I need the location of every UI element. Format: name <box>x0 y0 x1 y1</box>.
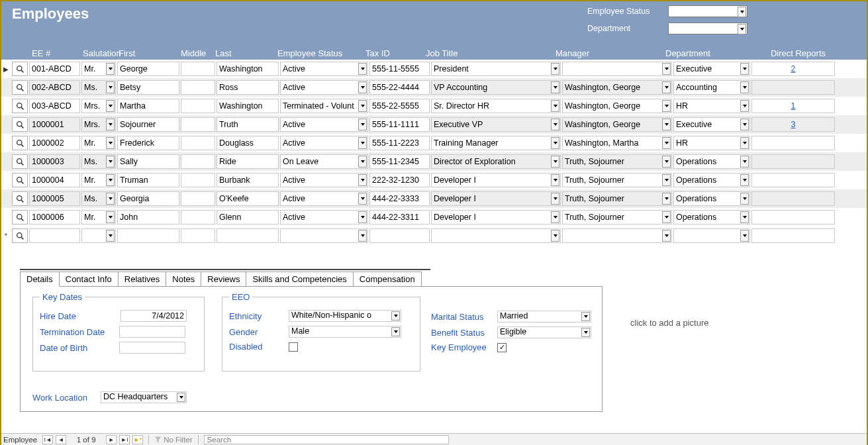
cell-last[interactable] <box>217 228 279 243</box>
cell-last[interactable]: Ross <box>217 80 279 95</box>
hire-date-input[interactable]: 7/4/2012 <box>121 310 187 322</box>
tab-relatives[interactable]: Relatives <box>118 272 166 287</box>
dropdown-arrow-icon[interactable] <box>551 81 559 93</box>
cell-last[interactable]: Ride <box>217 154 279 169</box>
dob-input[interactable] <box>119 342 185 354</box>
dropdown-arrow-icon[interactable] <box>740 174 749 186</box>
dropdown-arrow-icon[interactable] <box>106 81 115 93</box>
dropdown-arrow-icon[interactable] <box>551 100 559 112</box>
cell-first[interactable]: Betsy <box>117 80 179 95</box>
cell-direct-reports[interactable] <box>751 228 835 243</box>
tab-details[interactable]: Details <box>20 272 60 287</box>
dropdown-arrow-icon[interactable] <box>106 63 115 75</box>
cell-ee[interactable]: 1000002 <box>29 136 80 150</box>
cell-manager[interactable]: Truth, Sojourner <box>562 210 672 224</box>
dropdown-arrow-icon[interactable] <box>551 174 559 186</box>
dropdown-arrow-icon[interactable] <box>662 81 671 93</box>
cell-tax[interactable]: 555-22-5555 <box>369 99 430 113</box>
dropdown-arrow-icon[interactable] <box>106 211 115 223</box>
cell-status[interactable]: Active <box>280 117 368 132</box>
dropdown-arrow-icon[interactable] <box>358 63 367 75</box>
tab-contact info[interactable]: Contact Info <box>59 272 119 287</box>
cell-tax[interactable]: 222-32-1230 <box>369 173 430 187</box>
dropdown-arrow-icon[interactable] <box>358 230 367 242</box>
dropdown-arrow-icon[interactable] <box>551 156 559 168</box>
cell-department[interactable]: Executive <box>673 117 750 132</box>
dropdown-arrow-icon[interactable] <box>106 119 115 130</box>
cell-job[interactable]: Executive VP <box>431 117 561 132</box>
dropdown-arrow-icon[interactable] <box>740 211 749 223</box>
cell-tax[interactable]: 555-11-2223 <box>369 136 430 150</box>
cell-last[interactable]: Burbank <box>217 173 279 187</box>
cell-tax[interactable]: 555-11-2345 <box>369 154 430 169</box>
cell-salutation[interactable]: Mr. <box>81 173 116 187</box>
nav-search-input[interactable]: Search <box>204 435 449 444</box>
dropdown-arrow-icon[interactable] <box>662 137 671 149</box>
termination-date-input[interactable] <box>119 326 185 338</box>
cell-manager[interactable]: Washington, Martha <box>562 136 672 150</box>
cell-middle[interactable] <box>181 99 215 113</box>
dropdown-arrow-icon[interactable] <box>740 137 749 149</box>
lookup-button[interactable] <box>12 173 28 187</box>
cell-tax[interactable]: 555-22-4444 <box>369 80 430 95</box>
tab-reviews[interactable]: Reviews <box>201 272 246 287</box>
dropdown-arrow-icon[interactable] <box>551 193 559 205</box>
cell-ee[interactable]: 002-ABCD <box>29 80 80 95</box>
picture-placeholder[interactable]: click to add a picture <box>630 318 709 328</box>
dropdown-arrow-icon[interactable] <box>551 137 559 149</box>
cell-department[interactable]: Operations <box>673 191 750 206</box>
cell-first[interactable]: Martha <box>117 99 179 113</box>
cell-ee[interactable]: 1000003 <box>29 154 80 169</box>
cell-first[interactable]: Sojourner <box>117 117 179 132</box>
cell-status[interactable]: Active <box>280 173 368 187</box>
cell-manager[interactable]: Truth, Sojourner <box>562 191 672 206</box>
marital-status-select[interactable]: Married <box>497 311 591 322</box>
dropdown-arrow-icon[interactable] <box>662 156 671 168</box>
dropdown-arrow-icon[interactable] <box>551 119 559 130</box>
cell-department[interactable]: Operations <box>673 154 750 169</box>
dropdown-arrow-icon[interactable] <box>106 230 115 242</box>
nav-next-button[interactable]: ► <box>106 435 117 444</box>
cell-first[interactable]: George <box>117 62 179 76</box>
dropdown-arrow-icon[interactable] <box>106 193 115 205</box>
tab-compensation[interactable]: Compensation <box>353 272 422 287</box>
dropdown-arrow-icon[interactable] <box>740 81 749 93</box>
dropdown-arrow-icon[interactable] <box>740 230 749 242</box>
cell-tax[interactable]: 444-22-3311 <box>369 210 430 224</box>
cell-department[interactable]: Operations <box>673 173 750 187</box>
cell-department[interactable]: Accounting <box>673 80 750 95</box>
cell-salutation[interactable]: Mr. <box>81 136 116 150</box>
dropdown-arrow-icon[interactable] <box>358 119 367 130</box>
cell-manager[interactable]: Truth, Sojourner <box>562 154 672 169</box>
cell-middle[interactable] <box>181 117 215 132</box>
cell-status[interactable]: Active <box>280 136 368 150</box>
cell-tax[interactable]: 555-11-1111 <box>369 117 430 132</box>
dropdown-arrow-icon[interactable] <box>662 100 671 112</box>
dropdown-arrow-icon[interactable] <box>551 230 559 242</box>
dropdown-arrow-icon[interactable] <box>740 119 749 130</box>
cell-direct-reports[interactable] <box>751 154 835 169</box>
cell-last[interactable]: Truth <box>217 117 279 132</box>
cell-ee[interactable]: 1000006 <box>29 210 80 224</box>
lookup-button[interactable] <box>12 99 28 113</box>
dropdown-arrow-icon[interactable] <box>358 193 367 205</box>
cell-department[interactable]: HR <box>673 99 750 113</box>
cell-manager[interactable]: Washington, George <box>562 99 672 113</box>
cell-job[interactable]: President <box>431 62 561 76</box>
filter-dept-select[interactable] <box>668 23 747 34</box>
cell-tax[interactable]: 555-11-5555 <box>369 62 430 76</box>
cell-first[interactable]: Sally <box>117 154 179 169</box>
cell-job[interactable]: Developer I <box>431 191 561 206</box>
dropdown-arrow-icon[interactable] <box>358 137 367 149</box>
cell-salutation[interactable]: Ms. <box>81 154 116 169</box>
cell-ee[interactable]: 003-ABCD <box>29 99 80 113</box>
cell-ee[interactable]: 1000005 <box>29 191 80 206</box>
dropdown-arrow-icon[interactable] <box>662 63 671 75</box>
cell-middle[interactable] <box>181 173 215 187</box>
cell-first[interactable]: Truman <box>117 173 179 187</box>
cell-manager[interactable]: Washington, George <box>562 117 672 132</box>
cell-manager[interactable]: Truth, Sojourner <box>562 173 672 187</box>
dropdown-arrow-icon[interactable] <box>106 137 115 149</box>
cell-status[interactable]: Active <box>280 62 368 76</box>
cell-tax[interactable] <box>369 228 430 243</box>
